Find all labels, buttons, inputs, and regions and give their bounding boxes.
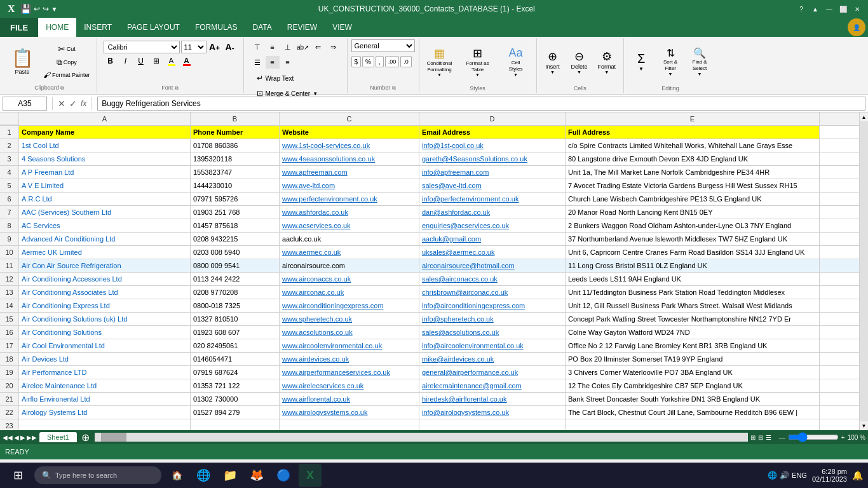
cell-c15[interactable]: www.spheretech.co.uk — [280, 313, 419, 325]
maximize-btn[interactable]: ⬜ — [837, 3, 849, 15]
start-button[interactable]: ⊞ — [5, 463, 31, 488]
cell-c3[interactable]: www.4seasonssolutions.co.uk — [280, 152, 419, 165]
cell-e5[interactable]: 7 Avocet Trading Estate Victoria Gardens… — [566, 179, 820, 192]
close-btn[interactable]: ✕ — [851, 3, 863, 15]
cell-a14[interactable]: Air Conditioning Express Ltd — [19, 299, 191, 312]
cell-b19[interactable]: 07919 687624 — [191, 366, 280, 379]
scroll-up-btn[interactable]: ▲ — [860, 112, 869, 121]
cell-c2[interactable]: www.1st-cool-services.co.uk — [280, 139, 419, 152]
cell-d8[interactable]: enquiries@acservices.co.uk — [419, 219, 566, 232]
cell-d4[interactable]: info@apfreeman.com — [419, 166, 566, 179]
cell-a16[interactable]: Air Conditioning Solutions — [19, 326, 191, 339]
cell-b11[interactable]: 0800 009 9541 — [191, 259, 280, 272]
font-grow-btn[interactable]: A+ — [208, 41, 222, 53]
row-num-6[interactable]: 6 — [0, 193, 19, 205]
cell-c16[interactable]: www.acsolutions.co.uk — [280, 326, 419, 339]
review-menu-item[interactable]: REVIEW — [280, 18, 325, 37]
next-sheets-btn[interactable]: ▶▶ — [27, 434, 37, 441]
find-select-btn[interactable]: 🔍 Find &Select ▼ — [686, 44, 713, 78]
row-num-22[interactable]: 22 — [0, 406, 19, 419]
cell-d1[interactable]: Email Address — [419, 126, 566, 139]
cell-d11[interactable]: airconairsource@hotmail.com — [419, 259, 566, 272]
row-num-20[interactable]: 20 — [0, 379, 19, 392]
cell-d6[interactable]: info@perfectenvironment.co.uk — [419, 193, 566, 205]
cell-e15[interactable]: Concept Park Watling Street Towcester No… — [566, 313, 820, 325]
page-layout-view-btn[interactable]: ⊟ — [758, 434, 763, 441]
zoom-slider[interactable] — [788, 432, 839, 442]
cell-c23[interactable] — [280, 419, 419, 430]
zoom-in-btn[interactable]: + — [841, 434, 845, 441]
taskbar-cortana[interactable]: 🏠 — [165, 464, 188, 487]
cell-b5[interactable]: 1444230010 — [191, 179, 280, 192]
percent-btn[interactable]: % — [362, 56, 374, 67]
cell-d22[interactable]: info@airologysystems.co.uk — [419, 406, 566, 419]
row-num-23[interactable]: 23 — [0, 419, 19, 430]
number-format-select[interactable]: General — [351, 39, 415, 52]
conditional-formatting-btn[interactable]: ▦ ConditionalFormatting ▼ — [422, 45, 458, 78]
insert-function-btn[interactable]: fx — [81, 99, 86, 108]
vertical-scrollbar[interactable]: ▲ ▼ — [859, 112, 868, 430]
row-num-11[interactable]: 11 — [0, 259, 19, 272]
normal-view-btn[interactable]: ⊞ — [750, 434, 756, 441]
cell-c1[interactable]: Website — [280, 126, 419, 139]
cell-b21[interactable]: 01302 730000 — [191, 393, 280, 405]
cell-e12[interactable]: Leeds Leeds LS11 9AH England UK — [566, 273, 820, 285]
next-sheet-btn[interactable]: ▶ — [20, 434, 25, 441]
cell-d21[interactable]: hiredesk@airflorental.co.uk — [419, 393, 566, 405]
cell-d17[interactable]: info@aircoolenvironmental.co.uk — [419, 339, 566, 352]
cell-e2[interactable]: c/o Spire Contracts Limited Whitehall Wo… — [566, 139, 820, 152]
customize-icon[interactable]: ▼ — [51, 6, 58, 13]
formulas-menu-item[interactable]: FORMULAS — [187, 18, 245, 37]
italic-btn[interactable]: I — [119, 55, 133, 67]
file-menu-btn[interactable]: FILE — [0, 18, 38, 37]
cell-b18[interactable]: 0146054471 — [191, 353, 280, 365]
cell-e3[interactable]: 80 Langstone drive Exmouth Devon EX8 4JD… — [566, 152, 820, 165]
dec-inc-btn[interactable]: .00 — [385, 56, 400, 67]
insert-menu-item[interactable]: INSERT — [76, 18, 119, 37]
cell-c10[interactable]: www.aermec.co.uk — [280, 246, 419, 259]
cell-e4[interactable]: Unit 1a, The Mill Market Lane Norfolk Ca… — [566, 166, 820, 179]
row-num-5[interactable]: 5 — [0, 179, 19, 192]
cell-e18[interactable]: PO Box 20 Ilminster Somerset TA19 9YP En… — [566, 353, 820, 365]
cell-a13[interactable]: Air Conditioning Associates Ltd — [19, 286, 191, 299]
cell-d19[interactable]: general@airperformance.co.uk — [419, 366, 566, 379]
horizontal-scrollbar[interactable] — [95, 433, 748, 442]
cell-a19[interactable]: Air Performance LTD — [19, 366, 191, 379]
scroll-track[interactable] — [860, 121, 869, 421]
row-num-16[interactable]: 16 — [0, 326, 19, 339]
taskbar-chrome[interactable]: 🔵 — [272, 464, 295, 487]
cell-e9[interactable]: 37 Northumberland Avenue Isleworth Middl… — [566, 233, 820, 245]
cell-e16[interactable]: Colne Way Gayton Watford WD24 7ND — [566, 326, 820, 339]
col-header-a[interactable]: A — [19, 112, 191, 125]
cut-button[interactable]: ✂Cut — [41, 43, 93, 55]
insert-cells-btn[interactable]: ⊕ Insert ▼ — [541, 47, 565, 77]
cell-d7[interactable]: dan@ashfordac.co.uk — [419, 206, 566, 219]
copy-button[interactable]: ⧉Copy — [41, 57, 93, 68]
cell-b7[interactable]: 01903 251 768 — [191, 206, 280, 219]
cell-b2[interactable]: 01708 860386 — [191, 139, 280, 152]
sheet1-tab[interactable]: Sheet1 — [39, 432, 77, 442]
cell-c9[interactable]: aacluk.co.uk — [280, 233, 419, 245]
cell-b23[interactable] — [191, 419, 280, 430]
formula-input[interactable] — [97, 97, 865, 111]
cell-d13[interactable]: chrisbrown@airconac.co.uk — [419, 286, 566, 299]
cell-e7[interactable]: 20 Manor Road North Lancing Kent BN15 0E… — [566, 206, 820, 219]
cell-e1[interactable]: Full Address — [566, 126, 820, 139]
underline-btn[interactable]: U — [134, 55, 148, 67]
font-name-select[interactable]: Calibri — [104, 41, 180, 53]
format-painter-button[interactable]: 🖌Format Painter — [41, 69, 93, 81]
row-num-13[interactable]: 13 — [0, 286, 19, 299]
taskbar-firefox[interactable]: 🦊 — [245, 464, 268, 487]
font-size-select[interactable]: 11 — [181, 41, 207, 53]
cell-c19[interactable]: www.airperformanceservices.co.uk — [280, 366, 419, 379]
cell-b8[interactable]: 01457 875618 — [191, 219, 280, 232]
row-num-15[interactable]: 15 — [0, 313, 19, 325]
cell-b13[interactable]: 0208 9770208 — [191, 286, 280, 299]
cell-d9[interactable]: aacluk@gmail.com — [419, 233, 566, 245]
cell-d15[interactable]: info@spheretech.co.uk — [419, 313, 566, 325]
cell-b3[interactable]: 1395320118 — [191, 152, 280, 165]
align-top-btn[interactable]: ⊤ — [250, 41, 264, 53]
cell-a22[interactable]: Airology Systems Ltd — [19, 406, 191, 419]
cell-c22[interactable]: www.airologysystems.co.uk — [280, 406, 419, 419]
cell-b22[interactable]: 01527 894 279 — [191, 406, 280, 419]
